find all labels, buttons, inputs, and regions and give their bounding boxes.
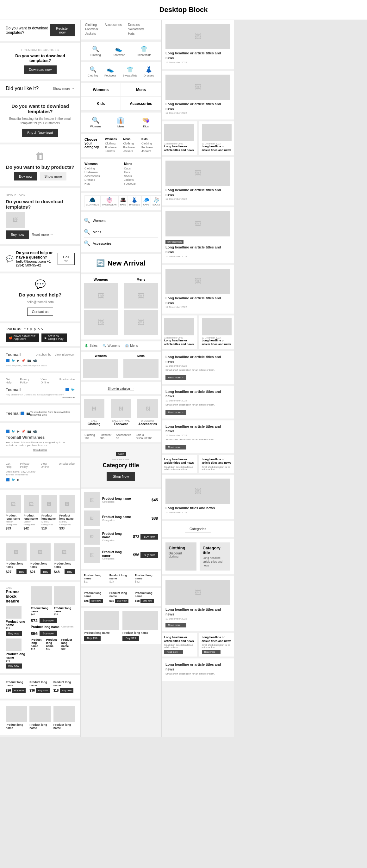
promo-buy-button-2[interactable]: Buy now: [6, 663, 22, 669]
cat-accessories-row[interactable]: 🖼 DISCOUNT Accessories: [134, 396, 161, 429]
app-store-button[interactable]: 🍎 DOWNLOAD ON THEApp Store: [6, 334, 39, 342]
unsub-5[interactable]: Unsubscribe: [59, 462, 75, 468]
show-more-link[interactable]: Show more →: [53, 87, 75, 90]
strip-dresses[interactable]: 👗 DRESSES: [128, 195, 141, 207]
icon-clothing-item-2[interactable]: 🔍 Clothing: [88, 66, 98, 77]
mens-jackets[interactable]: Jackets: [123, 150, 135, 153]
unsub-link[interactable]: Unsubscribe: [59, 378, 75, 384]
buy-now-big[interactable]: Buy now: [39, 618, 57, 623]
buy-now-56[interactable]: Buy now: [39, 630, 57, 636]
nav-sweatshirts[interactable]: Sweatshirts: [128, 28, 145, 31]
read-more-button-2[interactable]: Read more →: [166, 410, 186, 415]
icon-sweatshirts-item[interactable]: 👕 Sweatshirts: [137, 45, 151, 57]
buy-download-button[interactable]: Buy & Download: [22, 129, 58, 137]
cat-clothing[interactable]: 🖼 SALE Clothing: [81, 396, 108, 429]
contact-us-button[interactable]: Contact us: [27, 308, 54, 316]
footer-buy-36[interactable]: Buy now: [115, 599, 129, 603]
final-read-1[interactable]: Read more →: [164, 650, 183, 654]
view-link[interactable]: View Online: [41, 378, 56, 384]
privacy-link[interactable]: Privacy Policy: [20, 378, 37, 384]
tab-sales[interactable]: 💲 Sales: [84, 344, 97, 347]
tab-mens[interactable]: 👔 Mens: [125, 344, 138, 347]
icon-footwear-item-2[interactable]: 👟 Footwear: [105, 66, 116, 77]
stat-accessories[interactable]: Accessories 56: [116, 433, 131, 440]
new-block-read-more[interactable]: Read more →: [32, 232, 53, 237]
strip-underwear[interactable]: 👘 UNDERWEAR: [101, 195, 118, 207]
buy-button[interactable]: Buy: [64, 569, 75, 575]
icon-sweatshirts-item-2[interactable]: 👕 Sweatshirts: [122, 66, 137, 77]
buy-button[interactable]: Buy: [17, 569, 27, 575]
final-read-2[interactable]: Read more →: [202, 650, 221, 654]
vertical-cat-mens[interactable]: 🔍 Mens: [84, 226, 158, 238]
icon-mens[interactable]: 👔 Mens: [110, 116, 132, 128]
show-more-button[interactable]: Show more: [40, 172, 66, 181]
icon-dresses-item[interactable]: 👗 Dresses: [144, 66, 154, 77]
footer-buy-18[interactable]: Buy now: [140, 599, 154, 603]
read-more-button-3[interactable]: Read more →: [166, 445, 186, 450]
icon-footwear-item[interactable]: 👟 Footwear: [113, 45, 125, 57]
buy-26-button[interactable]: Buy now: [12, 688, 26, 693]
stat-clothing[interactable]: Clothing 102: [84, 433, 95, 440]
new-block-buy-button[interactable]: Buy now: [6, 230, 29, 239]
v-buy-3-button[interactable]: Buy now: [140, 534, 158, 539]
strip-socks[interactable]: 🧦 SOCKS: [151, 195, 161, 207]
view-browser-link-1[interactable]: View in browser: [55, 353, 75, 356]
nav-hats[interactable]: Hats: [128, 32, 145, 35]
cat-tile-kids[interactable]: Kids: [81, 97, 121, 111]
womens-footwear[interactable]: Footwear: [105, 146, 117, 149]
tab-womens[interactable]: 🔍 Womens: [103, 344, 120, 347]
show-catalog-link[interactable]: Show in catalog →: [108, 387, 134, 391]
final-side-2: Long headline or article titles and news…: [199, 633, 234, 656]
buy-19-button[interactable]: Buy $19: [122, 636, 139, 641]
icon-womens[interactable]: 🔍 Womens: [84, 116, 107, 128]
womens-clothing[interactable]: Clothing: [105, 142, 117, 145]
kids-jackets[interactable]: Jackets: [141, 150, 153, 153]
promo-buy-button-1[interactable]: Buy now: [6, 631, 22, 636]
strip-clothings[interactable]: 🧥 CLOTHINGS: [84, 195, 101, 207]
mens-clothing[interactable]: Clothing: [123, 142, 135, 145]
mens-footwear[interactable]: Footwear: [123, 146, 135, 149]
final-read-more-1[interactable]: Read more →: [166, 623, 186, 627]
buy-18-button[interactable]: Buy now: [60, 688, 74, 693]
icon-kids[interactable]: 👒 Kids: [135, 116, 157, 128]
download-button[interactable]: Download now: [24, 65, 57, 74]
privacy-5[interactable]: Privacy Policy: [20, 462, 37, 468]
unsubscribe-3[interactable]: Unsubscribe: [6, 448, 75, 452]
cat-tile-womens[interactable]: Womens: [81, 83, 121, 97]
vertical-cat-accessories[interactable]: 🔍 Accessories: [84, 238, 158, 249]
nav-accessories[interactable]: Accessories: [105, 23, 122, 27]
nav-clothing[interactable]: Clothing: [85, 23, 98, 27]
read-more-button-1[interactable]: Read more →: [166, 375, 186, 380]
get-help-link[interactable]: Get Help: [6, 378, 17, 384]
strip-caps[interactable]: 🧢 CAPS: [141, 195, 151, 207]
icon-clothing-item[interactable]: 🔍 Clothing: [90, 45, 101, 57]
buy-now-button[interactable]: Buy now: [14, 172, 37, 181]
kids-clothing[interactable]: Clothing: [141, 142, 153, 145]
cat-tile-mens[interactable]: Mens: [121, 83, 161, 97]
unsubscribe-2[interactable]: Unsubscribe: [6, 396, 75, 399]
buy-button[interactable]: Buy: [40, 569, 51, 575]
kids-footwear[interactable]: Footwear: [141, 146, 153, 149]
nav-footwear[interactable]: Footwear: [85, 28, 98, 31]
google-play-button[interactable]: ▶ GET IT ONGoogle Play: [41, 334, 67, 342]
nav-dresses[interactable]: Dresses: [128, 23, 145, 27]
footer-buy-26[interactable]: Buy now: [89, 599, 103, 603]
stat-sale[interactable]: Sale & Discount 900: [136, 433, 153, 440]
stat-footwear[interactable]: Footwear 386: [100, 433, 112, 440]
strip-hats[interactable]: 🎩 HATS: [118, 195, 128, 207]
view-5[interactable]: View Online: [41, 462, 56, 468]
call-me-button[interactable]: Call me: [58, 253, 75, 265]
v-buy-4-button[interactable]: Buy now: [140, 552, 158, 558]
buy-59-button[interactable]: Buy $59: [84, 636, 101, 641]
cat-footwear[interactable]: 🖼 SALE ARRIVAL Footwear: [108, 396, 135, 429]
get-help-5[interactable]: Get Help: [6, 462, 17, 468]
vertical-cat-womens[interactable]: 🔍 Womens: [84, 215, 158, 226]
womens-jackets[interactable]: Jackets: [105, 150, 117, 153]
shop-now-button[interactable]: Shop Now: [107, 472, 135, 481]
categories-button[interactable]: Categories: [185, 525, 211, 533]
unsubscribe-link-1[interactable]: Unsubscribe: [36, 353, 52, 356]
buy-36-button[interactable]: Buy now: [36, 688, 50, 693]
nav-jackets[interactable]: Jackets: [85, 32, 98, 35]
register-button[interactable]: Register now: [50, 24, 75, 36]
cat-tile-accessories[interactable]: Accessories: [121, 97, 161, 111]
